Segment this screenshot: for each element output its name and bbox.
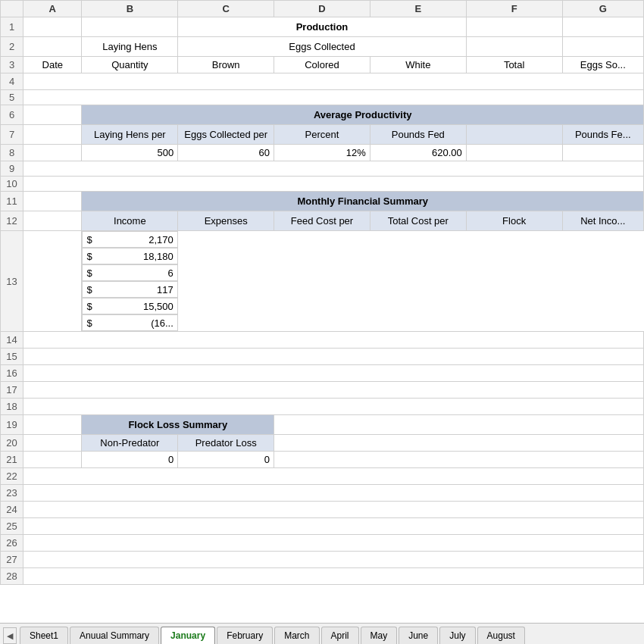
income-dollar: $ (86, 234, 92, 245)
col-header-g[interactable]: G (562, 1, 643, 17)
cell-a12[interactable] (23, 211, 82, 231)
cell-a3-date[interactable]: Date (23, 57, 82, 73)
cell-c8-60[interactable]: 60 (178, 145, 274, 161)
cell-g12-net-income[interactable]: Net Inco... (562, 211, 643, 231)
tab-may[interactable]: May (361, 627, 398, 644)
cell-row9[interactable] (23, 161, 644, 177)
cell-b12-income[interactable]: Income (82, 211, 178, 231)
row-num-5: 5 (1, 90, 23, 105)
cell-a11[interactable] (23, 192, 82, 211)
cell-g8-empty[interactable] (562, 145, 643, 161)
cell-d8-12pct[interactable]: 12% (274, 145, 370, 161)
col-header-e[interactable]: E (370, 1, 466, 17)
cell-g7-pounds-fe[interactable]: Pounds Fe... (562, 125, 643, 145)
cell-f8-empty[interactable] (466, 145, 562, 161)
table-row: 2 Laying Hens Eggs Collected (1, 37, 644, 57)
cell-f13-flock[interactable]: $ 15,500 (82, 298, 177, 314)
cell-g2[interactable] (562, 37, 643, 57)
row-num-13: 13 (1, 231, 23, 332)
cell-monthly-financial-title[interactable]: Monthly Financial Summary (82, 192, 644, 211)
table-row: 7 Laying Hens per Eggs Collected per Per… (1, 125, 644, 145)
tab-annual-summary[interactable]: Anuual Summary (70, 627, 159, 644)
cell-g1[interactable] (562, 17, 643, 37)
cell-d13-feed-cost[interactable]: $ 6 (82, 264, 177, 281)
cell-e8-620[interactable]: 620.00 (370, 145, 466, 161)
net-income-value: (16... (94, 317, 174, 329)
flock-dollar: $ (86, 301, 92, 312)
col-header-a[interactable]: A (23, 1, 82, 17)
tab-sheet1[interactable]: Sheet1 (20, 627, 68, 644)
cell-def19[interactable] (274, 415, 644, 435)
cell-e12-total-cost[interactable]: Total Cost per (370, 211, 466, 231)
cell-f3-total[interactable]: Total (466, 57, 562, 73)
cell-a8[interactable] (23, 145, 82, 161)
cell-g13-net-income[interactable]: $ (16... (82, 314, 177, 331)
col-header-d[interactable]: D (274, 1, 370, 17)
row-num-12: 12 (1, 211, 23, 231)
tab-march[interactable]: March (274, 627, 319, 644)
table-row: 11 Monthly Financial Summary (1, 192, 644, 211)
cell-row4[interactable] (23, 73, 644, 90)
cell-c3-brown[interactable]: Brown (178, 57, 274, 73)
cell-c20-predator-loss[interactable]: Predator Loss (178, 435, 274, 452)
table-row: 9 (1, 161, 644, 177)
cell-f7-empty[interactable] (466, 125, 562, 145)
table-row: 20 Non-Predator Predator Loss (1, 435, 644, 452)
col-header-c[interactable]: C (178, 1, 274, 17)
cell-b1[interactable] (82, 17, 178, 37)
cell-defg21[interactable] (274, 452, 644, 468)
tab-june[interactable]: June (399, 627, 438, 644)
table-row: 19 Flock Loss Summary (1, 415, 644, 435)
cell-b21-non-predator-val[interactable]: 0 (82, 452, 178, 468)
col-header-b[interactable]: B (82, 1, 178, 17)
spreadsheet-table: A B C D E F G 1 Production 2 (0, 0, 644, 585)
tab-august[interactable]: August (477, 627, 525, 644)
cell-a2[interactable] (23, 37, 82, 57)
cell-e3-white[interactable]: White (370, 57, 466, 73)
cell-a13[interactable] (23, 231, 82, 332)
cell-a1[interactable] (23, 17, 82, 37)
cell-avg-productivity-title[interactable]: Average Productivity (82, 105, 644, 125)
row-num-1: 1 (1, 17, 23, 37)
cell-row10[interactable] (23, 177, 644, 192)
cell-a6[interactable] (23, 105, 82, 125)
cell-cde2-eggs-collected[interactable]: Eggs Collected (178, 37, 466, 57)
cell-a21[interactable] (23, 452, 82, 468)
cell-b2-laying-hens[interactable]: Laying Hens (82, 37, 178, 57)
cell-b3-quantity[interactable]: Quantity (82, 57, 178, 73)
table-row: 13 $ 2,170 $ 18,180 $ 6 $ 117 (1, 231, 644, 332)
cell-d7-percent[interactable]: Percent (274, 125, 370, 145)
cell-b20-non-predator[interactable]: Non-Predator (82, 435, 178, 452)
cell-b13-income[interactable]: $ 2,170 (82, 231, 177, 248)
tab-april[interactable]: April (321, 627, 359, 644)
cell-cde1-production[interactable]: Production (178, 17, 466, 37)
tab-nav-left[interactable]: ◀ (3, 627, 17, 644)
cell-f2[interactable] (466, 37, 562, 57)
cell-f12-flock[interactable]: Flock (466, 211, 562, 231)
tab-january[interactable]: January (161, 627, 215, 644)
cell-d12-feed-cost[interactable]: Feed Cost per (274, 211, 370, 231)
cell-flock-loss-title[interactable]: Flock Loss Summary (82, 415, 274, 435)
cell-a19[interactable] (23, 415, 82, 435)
cell-g3-eggs-sold[interactable]: Eggs So... (562, 57, 643, 73)
tab-february[interactable]: February (217, 627, 273, 644)
cell-f1[interactable] (466, 17, 562, 37)
total-cost-dollar: $ (86, 284, 92, 295)
tab-july[interactable]: July (439, 627, 475, 644)
cell-c12-expenses[interactable]: Expenses (178, 211, 274, 231)
cell-c21-predator-val[interactable]: 0 (178, 452, 274, 468)
cell-b7-laying-hens-per[interactable]: Laying Hens per (82, 125, 178, 145)
cell-row5[interactable] (23, 90, 644, 105)
cell-defg20[interactable] (274, 435, 644, 452)
cell-d3-colored[interactable]: Colored (274, 57, 370, 73)
col-header-f[interactable]: F (466, 1, 562, 17)
row-num-4: 4 (1, 73, 23, 90)
cell-c13-expenses[interactable]: $ 18,180 (82, 248, 177, 264)
table-row: 22 (1, 468, 644, 485)
cell-a7[interactable] (23, 125, 82, 145)
cell-c7-eggs-collected-per[interactable]: Eggs Collected per (178, 125, 274, 145)
cell-b8-500[interactable]: 500 (82, 145, 178, 161)
cell-e13-total-cost[interactable]: $ 117 (82, 281, 177, 298)
cell-e7-pounds-fed[interactable]: Pounds Fed (370, 125, 466, 145)
cell-a20[interactable] (23, 435, 82, 452)
